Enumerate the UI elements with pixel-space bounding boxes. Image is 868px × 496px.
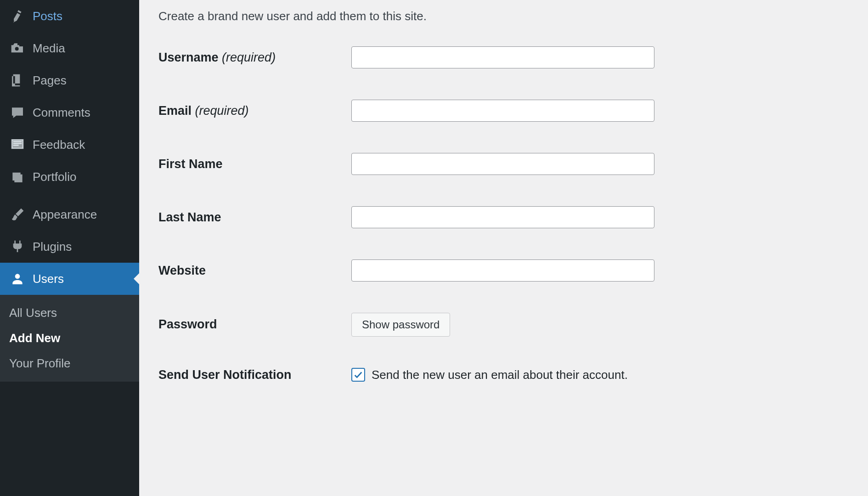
sidebar-item-media[interactable]: Media	[0, 32, 139, 64]
pin-icon	[9, 8, 26, 24]
sidebar-item-label: Media	[33, 41, 65, 56]
user-icon	[9, 271, 26, 287]
users-submenu: All Users Add New Your Profile	[0, 295, 139, 382]
row-last-name: Last Name	[158, 206, 849, 228]
portfolio-icon	[9, 169, 26, 185]
email-input[interactable]	[351, 100, 654, 122]
brush-icon	[9, 206, 26, 223]
label-last-name: Last Name	[158, 210, 351, 225]
notification-checkbox-label[interactable]: Send the new user an email about their a…	[372, 368, 628, 382]
main-content: Create a brand new user and add them to …	[139, 0, 868, 496]
label-notification: Send User Notification	[158, 368, 351, 382]
row-email: Email (required)	[158, 100, 849, 122]
sidebar-item-label: Feedback	[33, 138, 85, 152]
row-username: Username (required)	[158, 46, 849, 68]
pages-icon	[9, 72, 26, 89]
submenu-add-new[interactable]: Add New	[0, 326, 139, 351]
check-icon	[353, 370, 363, 380]
camera-icon	[9, 40, 26, 56]
label-first-name: First Name	[158, 157, 351, 171]
page-subtitle: Create a brand new user and add them to …	[158, 9, 849, 23]
label-website: Website	[158, 264, 351, 278]
plug-icon	[9, 238, 26, 255]
sidebar-separator	[0, 193, 139, 198]
sidebar-item-comments[interactable]: Comments	[0, 96, 139, 129]
submenu-your-profile[interactable]: Your Profile	[0, 351, 139, 376]
row-password: Password Show password	[158, 313, 849, 337]
sidebar-item-label: Comments	[33, 106, 90, 120]
sidebar-item-posts[interactable]: Posts	[0, 0, 139, 32]
sidebar-item-label: Users	[33, 272, 64, 286]
admin-sidebar: Posts Media Pages Comments Feedback Port…	[0, 0, 139, 496]
sidebar-item-plugins[interactable]: Plugins	[0, 231, 139, 263]
label-username: Username (required)	[158, 51, 351, 65]
sidebar-item-label: Pages	[33, 73, 67, 88]
sidebar-item-label: Appearance	[33, 208, 97, 222]
sidebar-item-pages[interactable]: Pages	[0, 64, 139, 96]
row-notification: Send User Notification Send the new user…	[158, 368, 849, 382]
username-input[interactable]	[351, 46, 654, 68]
label-email: Email (required)	[158, 104, 351, 118]
website-input[interactable]	[351, 259, 654, 282]
row-first-name: First Name	[158, 153, 849, 175]
notification-checkbox[interactable]	[351, 368, 365, 382]
sidebar-item-label: Portfolio	[33, 170, 76, 184]
show-password-button[interactable]: Show password	[351, 313, 450, 337]
sidebar-item-users[interactable]: Users	[0, 263, 139, 295]
sidebar-item-appearance[interactable]: Appearance	[0, 198, 139, 231]
sidebar-item-feedback[interactable]: Feedback	[0, 129, 139, 161]
sidebar-item-portfolio[interactable]: Portfolio	[0, 161, 139, 193]
first-name-input[interactable]	[351, 153, 654, 175]
last-name-input[interactable]	[351, 206, 654, 228]
submenu-all-users[interactable]: All Users	[0, 300, 139, 326]
comment-icon	[9, 104, 26, 121]
sidebar-item-label: Plugins	[33, 240, 72, 254]
add-user-form: Username (required) Email (required) Fir…	[158, 46, 849, 382]
row-website: Website	[158, 259, 849, 282]
feedback-icon	[9, 136, 26, 153]
sidebar-item-label: Posts	[33, 9, 62, 23]
label-password: Password	[158, 317, 351, 332]
